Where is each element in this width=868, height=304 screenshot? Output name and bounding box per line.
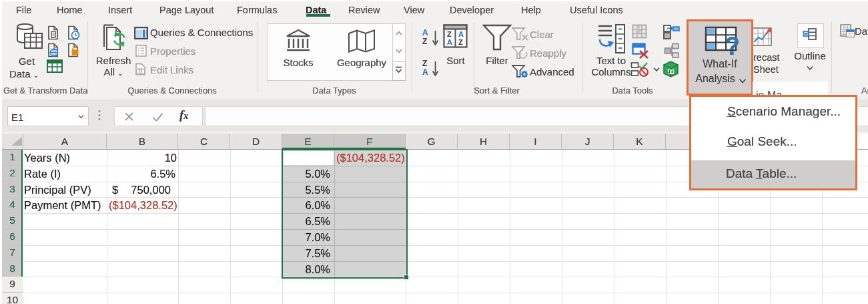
svg-text:Z: Z <box>447 30 452 38</box>
svg-text:A: A <box>447 38 452 46</box>
svg-text:Z: Z <box>458 38 463 46</box>
svg-text:A: A <box>458 30 464 38</box>
